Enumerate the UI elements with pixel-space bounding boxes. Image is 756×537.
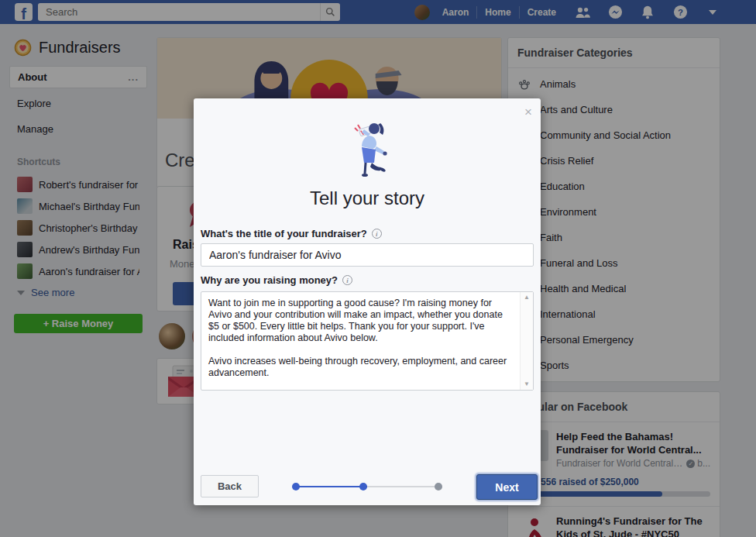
story-field-label: Why are you raising money? i <box>201 274 352 286</box>
progress-dot-step3 <box>435 483 442 491</box>
back-button[interactable]: Back <box>201 475 259 497</box>
progress-stepper <box>292 483 442 491</box>
title-field-label-text: What's the title of your fundraiser? <box>201 228 367 239</box>
next-button[interactable]: Next <box>476 474 538 500</box>
fundraiser-story-textarea[interactable]: Want to join me in supporting a good cau… <box>201 292 520 390</box>
tell-your-story-dialog: × Tell your story What' <box>194 98 541 505</box>
story-field-label-text: Why are you raising money? <box>201 274 338 286</box>
fundraiser-title-input[interactable] <box>201 243 534 267</box>
progress-dot-step1 <box>292 483 300 491</box>
story-textarea-wrapper: Want to join me in supporting a good cau… <box>201 291 534 391</box>
megaphone-person-illustration <box>194 115 541 179</box>
step-line-done <box>296 486 367 487</box>
progress-dot-step2 <box>359 483 367 491</box>
step-line-upcoming <box>367 486 438 487</box>
info-icon[interactable]: i <box>372 229 382 239</box>
title-field-label: What's the title of your fundraiser? i <box>201 228 382 239</box>
page: f Aaron Home Create <box>0 0 756 537</box>
scroll-down-icon[interactable]: ▼ <box>524 381 530 387</box>
info-icon[interactable]: i <box>342 275 352 285</box>
textarea-scrollbar[interactable]: ▲ ▼ <box>520 292 533 390</box>
dialog-title: Tell your story <box>194 188 541 209</box>
dialog-footer: Back Next <box>194 468 541 505</box>
scroll-up-icon[interactable]: ▲ <box>524 294 530 301</box>
